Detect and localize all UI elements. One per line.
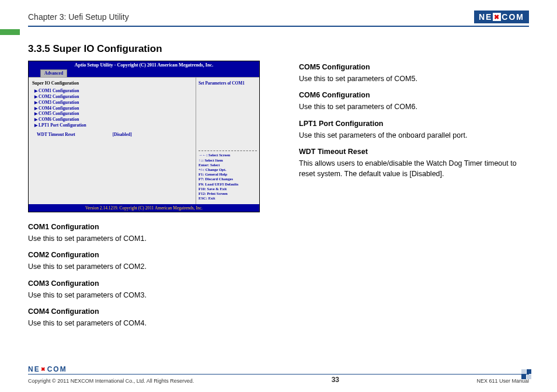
logo-x-icon: ✖: [493, 13, 501, 21]
desc-text: Use this set parameters of the onboard p…: [299, 130, 529, 141]
section-title: 3.3.5 Super IO Configuration: [28, 43, 529, 55]
footer-logo: NE ✖ COM: [28, 365, 67, 373]
bios-menu-item: ▶COM3 Configuration: [34, 100, 192, 106]
bios-wdt-row: WDT Timeout Reset [Disabled]: [37, 132, 192, 137]
footer-manual: NEX 611 User Manual: [476, 378, 529, 384]
bios-menu-item: ▶LPT1 Port Configuration: [34, 123, 192, 128]
desc-heading: WDT Timeout Reset: [299, 146, 529, 157]
desc-text: Use this to set parameters of COM5.: [299, 74, 529, 84]
bios-screenshot: Aptio Setup Utility - Copyright (C) 2011…: [28, 61, 260, 212]
caret-icon: ▶: [34, 106, 37, 111]
caret-icon: ▶: [34, 111, 37, 116]
desc-heading: LPT1 Port Configuration: [299, 118, 529, 129]
desc-heading: COM2 Configuration: [28, 250, 266, 260]
desc-text: Use this to set parameters of COM6.: [299, 102, 529, 112]
logo-pre: NE: [479, 12, 492, 22]
caret-icon: ▶: [34, 94, 37, 99]
footer-rule: [28, 374, 529, 375]
logo-top: NE ✖ COM: [474, 10, 529, 23]
footer-squares-icon: [521, 369, 531, 379]
bios-side-help: Set Parameters of COM1: [199, 80, 257, 86]
chapter-title: Chapter 3: Uefi Setup Utility: [28, 12, 129, 22]
caret-icon: ▶: [34, 100, 37, 105]
bios-bottombar: Version 2.14.1219. Copyright (C) 2011 Am…: [29, 204, 259, 212]
caret-icon: ▶: [34, 117, 37, 122]
bios-menu-item: ▶COM6 Configuration: [34, 117, 192, 123]
desc-text: Use this to set parameters of COM3.: [28, 290, 266, 300]
desc-heading: COM4 Configuration: [28, 306, 266, 317]
desc-text: Use this to set parameters of COM1.: [28, 233, 266, 244]
bios-menu-item: ▶COM2 Configuration: [34, 94, 192, 100]
desc-heading: COM5 Configuration: [299, 62, 529, 72]
desc-heading: COM1 Configuration: [28, 222, 266, 232]
bios-tab-advanced: Advanced: [40, 69, 67, 76]
bios-topbar: Aptio Setup Utility - Copyright (C) 2011…: [29, 61, 259, 69]
desc-text: Use this to set parameters of COM4.: [28, 318, 266, 328]
desc-heading: COM6 Configuration: [299, 90, 529, 100]
caret-icon: ▶: [34, 89, 37, 93]
footer-copyright: Copyright © 2011 NEXCOM International Co…: [28, 378, 194, 384]
desc-text: This allows users to enable/disable the …: [299, 158, 529, 179]
caret-icon: ▶: [34, 123, 37, 128]
green-tab-icon: [0, 29, 20, 35]
bios-menu-item: ▶COM5 Configuration: [34, 111, 192, 117]
desc-heading: COM3 Configuration: [28, 278, 266, 289]
logo-post: COM: [502, 12, 524, 22]
bios-main-head: Super IO Configuration: [32, 80, 192, 86]
page-number: 33: [332, 376, 339, 384]
desc-text: Use this to set parameters of COM2.: [28, 261, 266, 272]
bios-key-help: →←: Select Screen ↑↓: Select Item Enter:…: [199, 150, 257, 201]
bios-menu-item: ▶COM4 Configuration: [34, 106, 192, 111]
bios-menu-item: ▶COM1 Configuration: [34, 88, 192, 94]
logo-x-icon: ✖: [41, 366, 47, 372]
header-rule: [28, 26, 529, 27]
